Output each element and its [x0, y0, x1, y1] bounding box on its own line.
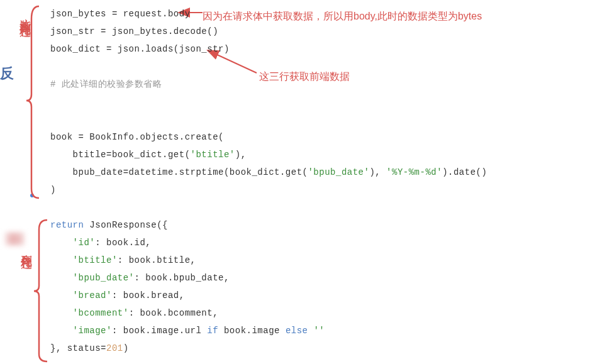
- code-line: [50, 58, 589, 75]
- code-line: btitle=book_dict.get('btitle'),: [50, 146, 589, 163]
- code-block: json_bytes = request.body json_str = jso…: [50, 5, 589, 357]
- code-comment: # 此处详细的校验参数省略: [50, 75, 589, 93]
- code-line: book_dict = json.loads(json_str): [50, 40, 589, 58]
- code-line: json_str = json_bytes.decode(): [50, 23, 589, 40]
- code-line: [50, 199, 589, 216]
- code-line: json_bytes = request.body: [50, 5, 589, 23]
- code-line: 'btitle': book.btitle,: [50, 251, 589, 269]
- code-line: book = BookInfo.objects.create(: [50, 128, 589, 146]
- vertical-label-top: 这些为序列化过程: [14, 9, 36, 19]
- code-line: ): [50, 181, 589, 199]
- vertical-label-bottom: 序列化过程: [15, 245, 38, 251]
- code-line: 'bpub_date': book.bpub_date,: [50, 269, 589, 287]
- code-line: 'bread': book.bread,: [50, 287, 589, 304]
- label-fan: 反: [0, 60, 14, 87]
- code-line: 'bcomment': book.bcomment,: [50, 304, 589, 322]
- code-line: [50, 111, 589, 128]
- code-line: return JsonResponse({: [50, 216, 589, 234]
- code-line: 'image': book.image.url if book.image el…: [50, 322, 589, 339]
- blue-dot: [30, 194, 34, 197]
- code-line: }, status=201): [50, 339, 589, 357]
- code-line: [50, 93, 589, 111]
- code-line: 'id': book.id,: [50, 234, 589, 251]
- blurred-marker: [5, 233, 24, 245]
- code-line: bpub_date=datetime.strptime(book_dict.ge…: [50, 163, 589, 181]
